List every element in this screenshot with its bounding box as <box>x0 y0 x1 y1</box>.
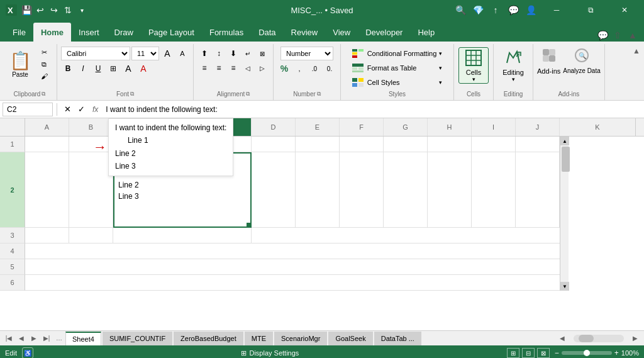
confirm-formula-button[interactable]: ✓ <box>75 103 87 116</box>
comments-icon[interactable]: 💬 <box>507 4 519 16</box>
cell-j1[interactable] <box>516 137 560 152</box>
align-left-button[interactable]: ≡ <box>197 61 211 75</box>
diamond-icon[interactable]: 💎 <box>472 4 484 16</box>
font-name-select[interactable]: Calibri <box>61 47 130 60</box>
col-header-h[interactable]: H <box>428 118 472 136</box>
sort-icon[interactable]: ⇅ <box>62 4 74 16</box>
align-center-button[interactable]: ≡ <box>212 61 226 75</box>
col-header-k[interactable]: K <box>560 118 635 136</box>
tab-view[interactable]: View <box>325 23 358 42</box>
sheet-tab-datatab[interactable]: DataTab ... <box>374 332 421 345</box>
page-layout-view-button[interactable]: ⊟ <box>522 348 535 358</box>
cut-button[interactable]: ✂ <box>35 47 53 58</box>
cell-e1[interactable] <box>296 137 340 152</box>
cell-i1[interactable] <box>472 137 516 152</box>
alignment-expand-icon[interactable]: ⧉ <box>246 91 250 98</box>
col-header-f[interactable]: F <box>340 118 384 136</box>
minimize-button[interactable]: ─ <box>542 0 571 20</box>
normal-view-button[interactable]: ⊞ <box>507 348 519 358</box>
tab-data[interactable]: Data <box>251 23 283 42</box>
font-color-button[interactable]: A <box>136 62 150 76</box>
sheet-tab-mte[interactable]: MTE <box>245 332 273 345</box>
sheet-tab-scenariomgr[interactable]: ScenarioMgr <box>274 332 327 345</box>
cell-a2[interactable] <box>25 152 69 228</box>
cells-button[interactable]: Cells ▾ <box>458 47 489 84</box>
font-expand-icon[interactable]: ⧉ <box>130 91 134 98</box>
restore-button[interactable]: ⧉ <box>576 0 605 20</box>
tab-formulas[interactable]: Formulas <box>202 23 251 42</box>
cell-a1[interactable] <box>25 137 69 152</box>
decrease-font-size-button[interactable]: A <box>175 47 189 60</box>
horizontal-scrollbar[interactable] <box>574 335 624 342</box>
collapse-ribbon-icon[interactable]: ▲ <box>626 29 639 42</box>
tab-page-layout[interactable]: Page Layout <box>141 23 202 42</box>
col-header-d[interactable]: D <box>252 118 296 136</box>
zoom-in-button[interactable]: + <box>614 349 619 357</box>
align-bottom-button[interactable]: ⬇ <box>226 47 240 60</box>
tab-draw[interactable]: Draw <box>107 23 141 42</box>
cell-styles-button[interactable]: Cell Styles ▾ <box>350 76 445 89</box>
format-as-table-button[interactable]: Format as Table ▾ <box>350 61 445 75</box>
bold-button[interactable]: B <box>61 62 75 76</box>
share-icon[interactable]: ↑ <box>489 4 502 16</box>
indent-decrease-button[interactable]: ◁ <box>241 61 255 75</box>
col-header-g[interactable]: G <box>384 118 428 136</box>
cell-h2[interactable] <box>428 152 472 228</box>
merge-cells-button[interactable]: ⊠ <box>255 47 269 60</box>
sheet-tab-sumif[interactable]: SUMIF_COUNTIF <box>103 332 172 345</box>
cell-i2[interactable] <box>472 152 516 228</box>
user-icon[interactable]: 👤 <box>525 4 537 16</box>
editing-button[interactable]: Editing ▾ <box>498 47 528 84</box>
copy-button[interactable]: ⧉ <box>35 59 53 70</box>
cell-d1[interactable] <box>252 137 296 152</box>
tab-insert[interactable]: Insert <box>71 23 107 42</box>
fill-color-button[interactable]: A <box>121 62 135 76</box>
tab-help[interactable]: Help <box>410 23 442 42</box>
scroll-track[interactable] <box>560 145 569 282</box>
ribbon-comments-icon[interactable]: 💬 <box>596 29 609 42</box>
sheet-nav-dots[interactable]: … <box>53 332 65 345</box>
sheet-scroll-right-button[interactable]: ▶ <box>629 332 641 345</box>
display-settings-button[interactable]: ⊞ Display Settings <box>241 349 299 357</box>
cancel-formula-button[interactable]: ✕ <box>61 103 74 116</box>
search-icon[interactable]: 🔍 <box>454 4 467 16</box>
col-header-e[interactable]: E <box>296 118 340 136</box>
italic-button[interactable]: I <box>76 62 90 76</box>
col-header-i[interactable]: I <box>472 118 516 136</box>
conditional-formatting-chevron[interactable]: ▾ <box>439 50 442 57</box>
sheet-scroll-left-button[interactable]: ◀ <box>556 332 569 345</box>
cell-e2[interactable] <box>296 152 340 228</box>
col-header-j[interactable]: J <box>516 118 560 136</box>
sheet-nav-next[interactable]: ▶ <box>28 332 40 345</box>
align-top-button[interactable]: ⬆ <box>197 47 211 60</box>
cell-b3[interactable] <box>69 228 113 243</box>
undo-icon[interactable]: ↩ <box>34 4 47 16</box>
cells-chevron[interactable]: ▾ <box>472 76 475 82</box>
format-as-table-chevron[interactable]: ▾ <box>439 65 442 71</box>
cell-g1[interactable] <box>384 137 428 152</box>
sheet-nav-prev[interactable]: ◀ <box>15 332 28 345</box>
cell-d2[interactable] <box>252 152 296 228</box>
increase-decimal-button[interactable]: .0 <box>308 62 321 76</box>
close-button[interactable]: ✕ <box>610 0 639 20</box>
tab-home[interactable]: Home <box>33 23 71 42</box>
cell-a3[interactable] <box>25 228 69 243</box>
indent-increase-button[interactable]: ▷ <box>255 61 269 75</box>
ribbon-share-icon[interactable]: ⇧ <box>611 29 624 42</box>
sheet-tab-goalseek[interactable]: GoalSeek <box>328 332 372 345</box>
increase-font-size-button[interactable]: A <box>160 47 174 60</box>
cell-h1[interactable] <box>428 137 472 152</box>
cell-rest-3[interactable] <box>252 228 560 243</box>
number-format-select[interactable]: Number <box>280 47 333 60</box>
sheet-nav-first[interactable]: |◀ <box>3 332 15 345</box>
wrap-text-button[interactable]: ↵ <box>241 47 255 60</box>
h-scroll-thumb[interactable] <box>579 335 594 342</box>
zoom-percent[interactable]: 100% <box>621 349 639 357</box>
cell-c3[interactable] <box>113 228 252 243</box>
resize-handle[interactable] <box>247 223 250 227</box>
sheet-tab-sheet4[interactable]: Sheet4 <box>65 332 101 345</box>
font-size-select[interactable]: 11 <box>131 47 159 60</box>
format-painter-button[interactable]: 🖌 <box>35 70 53 82</box>
redo-icon[interactable]: ↪ <box>48 4 60 16</box>
scroll-thumb[interactable] <box>562 147 570 172</box>
